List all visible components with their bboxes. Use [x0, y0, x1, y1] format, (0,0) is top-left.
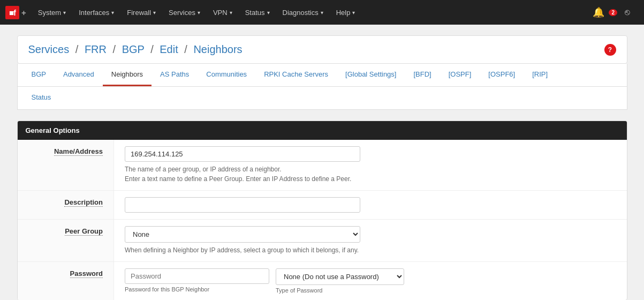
table-row: Peer Group None When defining a Neighbor… [18, 220, 627, 262]
caret-icon: ▾ [153, 10, 156, 16]
description-label: Description [18, 191, 114, 220]
caret-icon: ▾ [230, 10, 232, 16]
breadcrumb-frr[interactable]: FRR [85, 43, 107, 55]
tab-advanced[interactable]: Advanced [55, 64, 103, 86]
tab-communities[interactable]: Communities [198, 64, 255, 86]
help-button[interactable]: ? [604, 44, 616, 56]
description-field-cell [114, 191, 627, 220]
description-input[interactable] [125, 197, 360, 213]
nav-help[interactable]: Help ▾ [330, 0, 362, 25]
general-options-panel: General Options Name/Address The name of… [17, 121, 627, 300]
caret-icon: ▾ [267, 10, 270, 16]
nav-diagnostics[interactable]: Diagnostics ▾ [276, 0, 330, 25]
tab-ospf6[interactable]: [OSPF6] [480, 64, 524, 86]
alert-count-badge[interactable]: 2 [609, 9, 617, 16]
password-type-select[interactable]: None (Do not use a Password) MD5 SHA1 [276, 268, 404, 285]
password-type-col: None (Do not use a Password) MD5 SHA1 Ty… [276, 268, 404, 294]
name-address-input[interactable] [125, 146, 360, 162]
breadcrumb-panel: Services / FRR / BGP / Edit / Neighbors … [17, 35, 627, 64]
tab-nav-row2: Status [17, 87, 627, 110]
breadcrumb-edit[interactable]: Edit [160, 43, 178, 55]
peer-group-select[interactable]: None [125, 226, 360, 243]
nav-firewall[interactable]: Firewall ▾ [120, 0, 162, 25]
plus-label: + [21, 8, 26, 17]
tab-bgp[interactable]: BGP [23, 64, 55, 86]
bell-icon[interactable]: 🔔 [593, 6, 604, 18]
password-help-text: Password for this BGP Neighbor [125, 286, 269, 292]
password-type-label: Type of Password [276, 287, 404, 294]
tab-rip[interactable]: [RIP] [524, 64, 556, 86]
brand-logo[interactable]: ■f + [5, 6, 26, 19]
breadcrumb-current: Neighbors [193, 43, 242, 55]
table-row: Name/Address The name of a peer group, o… [18, 140, 627, 191]
tab-nav-row1: BGP Advanced Neighbors AS Paths Communit… [17, 64, 627, 87]
name-address-field-cell: The name of a peer group, or IP address … [114, 140, 627, 191]
tab-bfd[interactable]: [BFD] [405, 64, 440, 86]
caret-icon: ▾ [352, 10, 355, 16]
tab-ospf[interactable]: [OSPF] [440, 64, 480, 86]
tab-neighbors[interactable]: Neighbors [103, 64, 151, 86]
caret-icon: ▾ [321, 10, 323, 16]
tab-status[interactable]: Status [23, 87, 60, 109]
pfsense-logo: ■f [5, 6, 19, 19]
tab-global-settings[interactable]: [Global Settings] [337, 64, 405, 86]
form-table: Name/Address The name of a peer group, o… [18, 140, 627, 300]
password-row: Password for this BGP Neighbor None (Do … [125, 268, 616, 294]
breadcrumb-bgp[interactable]: BGP [122, 43, 145, 55]
nav-alerts-area: 🔔 2 ⎋ [587, 6, 639, 18]
nav-vpn[interactable]: VPN ▾ [207, 0, 239, 25]
caret-icon: ▾ [111, 10, 114, 16]
nav-system[interactable]: System ▾ [32, 0, 72, 25]
nav-icon-power[interactable]: ⎋ [622, 8, 633, 17]
tab-as-paths[interactable]: AS Paths [151, 64, 198, 86]
table-row: Password Password for this BGP Neighbor … [18, 262, 627, 301]
peer-group-label: Peer Group [18, 220, 114, 262]
breadcrumb: Services / FRR / BGP / Edit / Neighbors [28, 43, 243, 56]
tab-rpki[interactable]: RPKI Cache Servers [255, 64, 337, 86]
password-input-col: Password for this BGP Neighbor [125, 268, 269, 292]
navbar: ■f + System ▾ Interfaces ▾ Firewall ▾ Se… [0, 0, 644, 25]
nav-services[interactable]: Services ▾ [162, 0, 207, 25]
caret-icon: ▾ [198, 10, 200, 16]
nav-interfaces[interactable]: Interfaces ▾ [72, 0, 120, 25]
name-address-label: Name/Address [18, 140, 114, 191]
peer-group-field-cell: None When defining a Neighbor by IP addr… [114, 220, 627, 262]
breadcrumb-services[interactable]: Services [28, 43, 70, 55]
password-label: Password [18, 262, 114, 301]
caret-icon: ▾ [63, 10, 66, 16]
peer-group-help: When defining a Neighbor by IP address, … [125, 245, 616, 255]
panel-title: General Options [18, 121, 627, 140]
nav-status[interactable]: Status ▾ [239, 0, 276, 25]
password-field-cell: Password for this BGP Neighbor None (Do … [114, 262, 627, 301]
name-address-help: The name of a peer group, or IP address … [125, 164, 616, 184]
table-row: Description [18, 191, 627, 220]
password-input[interactable] [125, 268, 269, 284]
